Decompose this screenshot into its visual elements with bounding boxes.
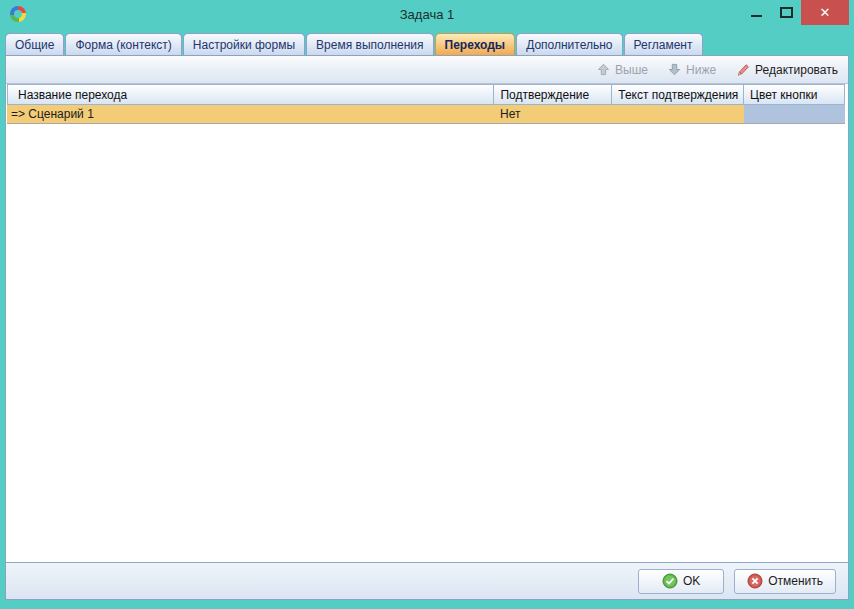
tab-dopolnitelno[interactable]: Дополнительно (516, 33, 622, 55)
tab-obshchie[interactable]: Общие (5, 33, 64, 55)
row-cell-transition-name: => Сценарий 1 (7, 105, 494, 123)
edit-label: Редактировать (755, 63, 838, 77)
window-title: Задача 1 (0, 7, 854, 22)
dialog-footer: OK Отменить (6, 562, 848, 599)
minimize-button[interactable] (741, 0, 771, 25)
tab-perekhody[interactable]: Переходы (435, 33, 516, 55)
tab-content-panel: Выше Ниже Редактировать (5, 55, 849, 600)
transitions-toolbar: Выше Ниже Редактировать (6, 56, 848, 84)
row-cell-confirmation: Нет (494, 105, 612, 123)
cancel-label: Отменить (768, 574, 823, 588)
table-header: Название перехода Подтверждение Текст по… (7, 84, 845, 105)
x-circle-icon (747, 573, 763, 589)
maximize-icon (780, 7, 793, 18)
move-down-button[interactable]: Ниже (668, 63, 716, 77)
check-circle-icon (662, 573, 678, 589)
tab-vremya-vypolneniya[interactable]: Время выполнения (306, 33, 433, 55)
cancel-button[interactable]: Отменить (734, 569, 836, 594)
dialog-window: Задача 1 ✕ Общие Форма (контекст) Настро… (0, 0, 854, 609)
ok-button[interactable]: OK (638, 569, 724, 594)
maximize-button[interactable] (771, 0, 801, 25)
move-up-label: Выше (615, 63, 648, 77)
transitions-table: Название перехода Подтверждение Текст по… (6, 84, 848, 124)
ok-label: OK (683, 574, 700, 588)
column-header-transition-name[interactable]: Название перехода (8, 84, 494, 105)
arrow-down-icon (668, 63, 681, 76)
close-button[interactable]: ✕ (801, 0, 849, 25)
edit-button[interactable]: Редактировать (736, 63, 838, 77)
table-empty-area (6, 124, 848, 562)
button-color-swatch (744, 105, 845, 123)
tab-forma-kontekst[interactable]: Форма (контекст) (65, 33, 181, 55)
move-down-label: Ниже (686, 63, 716, 77)
window-controls: ✕ (741, 0, 849, 25)
tab-nastroyki-formy[interactable]: Настройки формы (183, 33, 305, 55)
column-header-confirmation-text[interactable]: Текст подтверждения (612, 84, 744, 105)
move-up-button[interactable]: Выше (597, 63, 648, 77)
minimize-icon (751, 15, 762, 17)
tab-reglament[interactable]: Регламент (624, 33, 703, 55)
title-bar: Задача 1 ✕ (0, 0, 854, 33)
table-row-selected[interactable]: => Сценарий 1 Нет (7, 105, 845, 124)
row-cell-confirmation-text (612, 105, 744, 123)
arrow-up-icon (597, 63, 610, 76)
row-cell-button-color (744, 105, 845, 123)
column-header-confirmation[interactable]: Подтверждение (494, 84, 612, 105)
pencil-icon (736, 63, 750, 77)
tab-strip: Общие Форма (контекст) Настройки формы В… (5, 33, 849, 55)
column-header-button-color[interactable]: Цвет кнопки (744, 84, 845, 105)
